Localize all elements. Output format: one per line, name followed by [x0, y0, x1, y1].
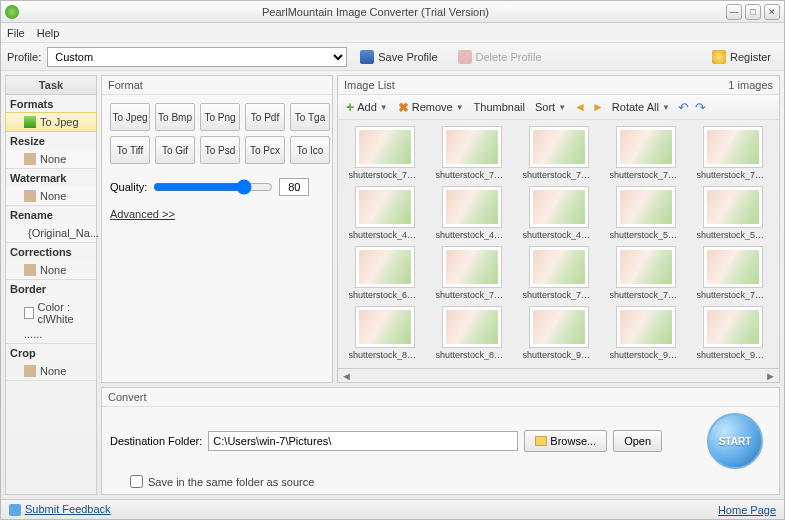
- next-button[interactable]: ►: [592, 100, 604, 114]
- thumbnail-item[interactable]: shutterstock_448250...: [344, 186, 425, 240]
- task-border-dots: ......: [6, 328, 96, 343]
- thumbnail-caption: shutterstock_759872...: [349, 170, 421, 180]
- task-border-sub[interactable]: Color : clWhite: [6, 298, 96, 328]
- thumbnail-item[interactable]: shutterstock_956765...: [692, 306, 773, 360]
- thumbnail-item[interactable]: shutterstock_937638...: [605, 306, 686, 360]
- task-crop-head[interactable]: Crop: [6, 344, 96, 362]
- task-watermark-sub[interactable]: None: [6, 187, 96, 205]
- thumbnail-item[interactable]: shutterstock_759873...: [692, 126, 773, 180]
- submit-feedback-link[interactable]: Submit Feedback: [25, 503, 111, 515]
- thumbnail-item[interactable]: shutterstock_831991...: [431, 306, 512, 360]
- open-button[interactable]: Open: [613, 430, 662, 452]
- save-icon: [360, 50, 374, 64]
- thumbnail-image: [529, 126, 589, 168]
- horizontal-scrollbar[interactable]: ◄►: [338, 368, 779, 382]
- format-button-to-pdf[interactable]: To Pdf: [245, 103, 285, 131]
- thumbnail-image: [529, 186, 589, 228]
- minimize-button[interactable]: —: [726, 4, 742, 20]
- start-button[interactable]: START: [707, 413, 763, 469]
- thumbnail-item[interactable]: shutterstock_759873...: [431, 126, 512, 180]
- window-title: PearlMountain Image Converter (Trial Ver…: [25, 6, 726, 18]
- format-button-to-jpeg[interactable]: To Jpeg: [110, 103, 150, 131]
- key-icon: [712, 50, 726, 64]
- same-folder-checkbox[interactable]: [130, 475, 143, 488]
- advanced-link[interactable]: Advanced >>: [102, 202, 332, 226]
- thumbnail-image: [616, 246, 676, 288]
- thumbnail-item[interactable]: shutterstock_759872...: [344, 126, 425, 180]
- menu-file[interactable]: File: [7, 27, 25, 39]
- thumbnail-area[interactable]: shutterstock_759872...shutterstock_75987…: [338, 120, 779, 368]
- task-corrections-sub[interactable]: None: [6, 261, 96, 279]
- remove-button[interactable]: ✖Remove▼: [396, 100, 466, 115]
- sort-button[interactable]: Sort▼: [533, 101, 568, 113]
- task-corrections-head[interactable]: Corrections: [6, 243, 96, 261]
- task-rename-sub[interactable]: {Original_Na...: [6, 224, 96, 242]
- dest-folder-input[interactable]: [208, 431, 518, 451]
- task-rename-head[interactable]: Rename: [6, 206, 96, 224]
- thumbnail-item[interactable]: shutterstock_556300...: [692, 186, 773, 240]
- thumbnail-image: [703, 306, 763, 348]
- rotate-left-icon[interactable]: ↶: [678, 100, 689, 115]
- format-button-to-bmp[interactable]: To Bmp: [155, 103, 195, 131]
- delete-profile-button[interactable]: Delete Profile: [451, 47, 549, 67]
- thumbnail-item[interactable]: shutterstock_805047...: [344, 306, 425, 360]
- format-title: Format: [102, 76, 332, 95]
- chevron-down-icon: ▼: [380, 103, 388, 112]
- profile-toolbar: Profile: Custom Save Profile Delete Prof…: [1, 43, 784, 71]
- task-resize-sub[interactable]: None: [6, 150, 96, 168]
- thumbnail-caption: shutterstock_759873...: [436, 170, 508, 180]
- thumbnail-item[interactable]: shutterstock_721931...: [605, 246, 686, 300]
- task-resize-head[interactable]: Resize: [6, 132, 96, 150]
- same-folder-label: Save in the same folder as source: [148, 476, 314, 488]
- thumbnail-item[interactable]: shutterstock_759873...: [518, 126, 599, 180]
- folder-icon: [535, 436, 547, 446]
- save-profile-button[interactable]: Save Profile: [353, 47, 444, 67]
- thumbnail-item[interactable]: shutterstock_759873...: [692, 246, 773, 300]
- thumbnail-item[interactable]: shutterstock_523223...: [605, 186, 686, 240]
- format-button-to-tiff[interactable]: To Tiff: [110, 136, 150, 164]
- thumbnail-item[interactable]: shutterstock_669008...: [344, 246, 425, 300]
- thumbnail-button[interactable]: Thumbnail: [472, 101, 527, 113]
- maximize-button[interactable]: □: [745, 4, 761, 20]
- thumbnail-item[interactable]: shutterstock_448250...: [431, 186, 512, 240]
- format-button-to-ico[interactable]: To Ico: [290, 136, 330, 164]
- thumbnail-caption: shutterstock_448250...: [436, 230, 508, 240]
- format-button-to-pcx[interactable]: To Pcx: [245, 136, 285, 164]
- thumbnail-image: [442, 306, 502, 348]
- profile-select[interactable]: Custom: [47, 47, 347, 67]
- thumbnail-item[interactable]: shutterstock_759873...: [605, 126, 686, 180]
- task-formats-sub[interactable]: To Jpeg: [5, 112, 97, 132]
- format-button-to-tga[interactable]: To Tga: [290, 103, 330, 131]
- thumbnail-caption: shutterstock_669008...: [349, 290, 421, 300]
- browse-button[interactable]: Browse...: [524, 430, 607, 452]
- add-button[interactable]: +Add▼: [344, 99, 390, 115]
- thumbnail-item[interactable]: shutterstock_703417...: [518, 246, 599, 300]
- task-border-head[interactable]: Border: [6, 280, 96, 298]
- thumbnail-caption: shutterstock_831991...: [436, 350, 508, 360]
- delete-icon: [458, 50, 472, 64]
- rotate-all-button[interactable]: Rotate All▼: [610, 101, 672, 113]
- format-button-to-gif[interactable]: To Gif: [155, 136, 195, 164]
- thumbnail-image: [616, 306, 676, 348]
- task-watermark-head[interactable]: Watermark: [6, 169, 96, 187]
- format-button-to-png[interactable]: To Png: [200, 103, 240, 131]
- task-crop-sub[interactable]: None: [6, 362, 96, 380]
- thumbnail-item[interactable]: shutterstock_700510...: [431, 246, 512, 300]
- format-button-to-psd[interactable]: To Psd: [200, 136, 240, 164]
- menu-help[interactable]: Help: [37, 27, 60, 39]
- thumbnail-caption: shutterstock_937638...: [610, 350, 682, 360]
- thumbnail-image: [442, 126, 502, 168]
- rotate-right-icon[interactable]: ↷: [695, 100, 706, 115]
- quality-value[interactable]: [279, 178, 309, 196]
- register-button[interactable]: Register: [705, 47, 778, 67]
- thumbnail-item[interactable]: shutterstock_481159...: [518, 186, 599, 240]
- home-page-link[interactable]: Home Page: [718, 504, 776, 516]
- prev-button[interactable]: ◄: [574, 100, 586, 114]
- quality-slider[interactable]: [153, 179, 273, 195]
- task-formats-head[interactable]: Formats: [6, 95, 96, 113]
- thumbnail-image: [442, 186, 502, 228]
- thumbnail-caption: shutterstock_805047...: [349, 350, 421, 360]
- thumbnail-item[interactable]: shutterstock_936135...: [518, 306, 599, 360]
- thumbnail-caption: shutterstock_936135...: [523, 350, 595, 360]
- close-button[interactable]: ✕: [764, 4, 780, 20]
